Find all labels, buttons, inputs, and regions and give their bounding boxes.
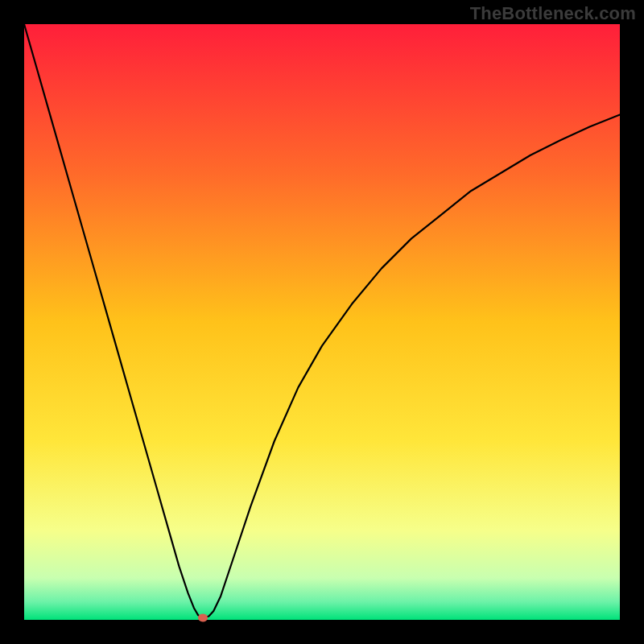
plot-background: [24, 24, 620, 620]
bottleneck-chart: [0, 0, 644, 644]
optimum-marker: [198, 613, 208, 621]
chart-frame: TheBottleneck.com: [0, 0, 644, 644]
